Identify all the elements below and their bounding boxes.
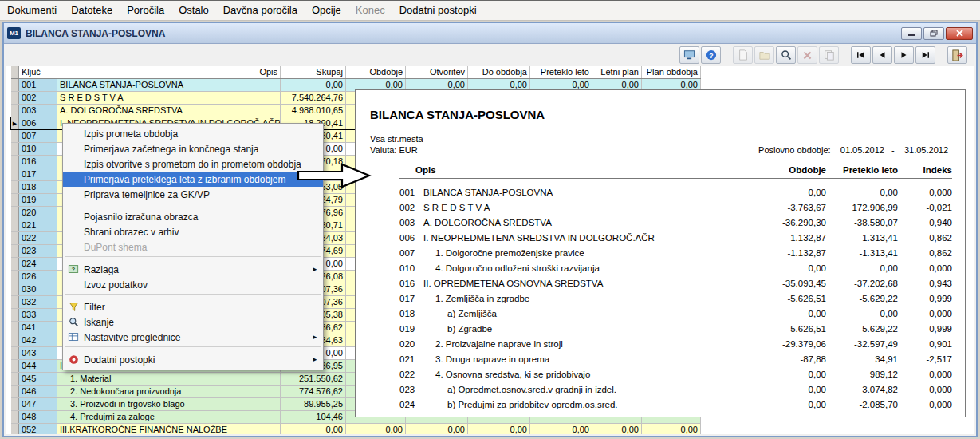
menu-item-dodatni-postopki[interactable]: Dodatni postopki► [63,352,323,367]
restore-button[interactable] [923,27,944,40]
menu-item-priprava-temeljnice-za-gk-vp[interactable]: Priprava temeljnice za GK/VP [63,187,323,202]
menu-item-iskanje[interactable]: Iskanje [63,314,323,330]
row-selector[interactable] [11,245,19,258]
column-header-opis[interactable]: Opis [57,66,281,79]
menu-item-izpis-prometa-obdobja[interactable]: Izpis prometa obdobja [63,126,323,141]
row-selector[interactable] [11,271,19,283]
cell-kljuc: 001 [19,79,57,92]
preview-button[interactable] [679,46,699,64]
nav-first-button[interactable] [851,46,871,64]
row-selector[interactable] [11,79,19,92]
report-row-022: 0224. Osnovna sredstva, ki se pridobivaj… [356,370,965,385]
menubar-item-datoteke[interactable]: Datoteke [64,1,120,20]
menubar-item-ostalo[interactable]: Ostalo [171,1,216,20]
column-header-obdobje[interactable]: Obdobje [346,66,406,79]
menubar-item-opcije[interactable]: Opcije [305,1,348,20]
report-row-desc: b) Zgradbe [447,324,492,334]
menu-icon-placeholder [66,189,81,200]
row-selector[interactable] [11,296,19,309]
report-column-opis: Opis [415,165,436,175]
row-selector[interactable] [11,386,19,398]
row-selector[interactable] [11,130,19,143]
delete-icon [802,50,813,61]
menu-separator [65,256,321,260]
column-header-plan-obdobja[interactable]: Plan obdobja [642,66,701,79]
cell-value: 0,00 [592,424,642,435]
menubar-item-porocila[interactable]: Poročila [120,1,171,20]
report-row-desc: 1. Dolgoročne premoženjske pravice [435,248,584,258]
row-selector[interactable] [11,334,19,347]
cell-kljuc: 022 [19,232,57,245]
row-selector[interactable] [11,373,19,386]
report-row-018: 018a) Zemljišča0,000,000,000 [356,309,965,324]
row-selector[interactable] [11,156,19,168]
column-header-letni-plan[interactable]: Letni plan [592,66,642,79]
menubar-item-davcna-porocila[interactable]: Davčna poročila [216,1,305,20]
cell-kljuc: 018 [19,181,57,194]
row-selector[interactable] [11,168,19,181]
menu-item-dupont-shema[interactable]: DuPont shema [63,239,323,255]
menu-item-shrani-obrazec-v-arhiv[interactable]: Shrani obrazec v arhiv [63,224,323,239]
report-panel: BILANCA STANJA-POSLOVNA Vsa str.mesta Va… [355,89,966,417]
nav-next-button[interactable] [894,46,914,64]
row-selector[interactable] [11,232,19,245]
menubar-item-dodatni-postopki[interactable]: Dodatni postopki [392,1,484,20]
row-selector[interactable] [11,92,19,105]
column-header-otvoritev[interactable]: Otvoritev [406,66,468,79]
filter-icon [66,302,81,313]
menu-item-primerjava-preteklega-leta-z-izbranim-obdobjem[interactable]: Primerjava preteklega leta z izbranim ob… [63,172,323,187]
cell-kljuc: 052 [19,424,57,435]
row-selector[interactable] [11,283,19,296]
menu-item-filter[interactable]: Filter [63,299,323,314]
menu-icon-placeholder [66,227,81,238]
row-selector[interactable] [11,360,19,373]
column-header-do-obdobja[interactable]: Do obdobja [468,66,530,79]
column-header-kljuc[interactable]: Ključ [19,66,57,79]
report-row-indeks: -2,517 [904,354,952,364]
menu-item-razlaga[interactable]: ?Razlaga► [63,262,323,277]
menubar-item-konec[interactable]: Konec [348,1,392,20]
help-button[interactable]: ? [701,46,721,64]
search-button[interactable] [776,46,796,64]
close-button[interactable] [946,27,973,40]
nav-last-button[interactable] [915,46,935,64]
menu-item-izvoz-podatkov[interactable]: Izvoz podatkov [63,277,323,292]
exit-button[interactable] [947,46,967,64]
row-selector[interactable] [11,322,19,334]
row-selector[interactable] [11,424,19,435]
report-row-desc: I. NEOPREDMETENA SREDSTVA IN DOLGOROČ.AČ… [423,233,655,243]
table-row-052[interactable]: 052III.KRATKOROČNE FINANČNE NALOŽBE0,000… [11,424,701,435]
report-rows: 001BILANCA STANJA-POSLOVNA0,000,000,0000… [356,188,965,415]
row-selector[interactable] [11,347,19,360]
report-row-code: 020 [399,339,415,349]
report-row-023: 023a) Opredmet.osnov.sred.v gradnji in i… [356,385,965,400]
column-header-skupaj[interactable]: Skupaj [281,66,346,79]
report-row-024: 024b) Predujmi za pridobitev opredm.os.s… [356,400,965,415]
menu-item-primerjava-zacetnega-in-koncnega-stanja[interactable]: Primerjava začetnega in končnega stanja [63,141,323,156]
row-selector[interactable] [11,181,19,194]
row-selector[interactable] [11,105,19,117]
column-header-preteklo-leto[interactable]: Preteklo leto [530,66,592,79]
menu-item-nastavitve-preglednice[interactable]: Nastavitve preglednice► [63,330,323,345]
report-row-obdobje: -36.290,30 [699,218,826,227]
row-selector[interactable] [11,398,19,411]
row-selector[interactable] [11,411,19,424]
row-selector[interactable] [11,143,19,156]
row-selector[interactable] [11,207,19,220]
row-selector[interactable] [11,309,19,322]
nav-prev-button[interactable] [872,46,892,64]
report-row-code: 002 [399,203,415,212]
report-row-003: 003A. DOLGOROČNA SREDSTVA-36.290,30-38.5… [356,218,965,233]
row-selector[interactable] [11,220,19,232]
menu-item-label: Razlaga [84,264,307,275]
menubar-item-dokumenti[interactable]: Dokumenti [0,1,64,20]
report-row-indeks: 0,862 [904,248,952,258]
row-selector[interactable] [11,258,19,271]
window-titlebar[interactable]: M1 BILANCA STANJA-POSLOVNA [4,23,976,44]
help-icon: ? [706,49,717,61]
row-selector[interactable] [11,194,19,207]
minimize-button[interactable] [901,27,922,40]
menu-item-izpis-otvoritve-s-prometom-do-in-prometom-obdobja[interactable]: Izpis otvoritve s prometom do in prometo… [63,156,323,172]
menu-item-pojasnilo-izracuna-obrazca[interactable]: Pojasnilo izračuna obrazca [63,209,323,224]
current-row-marker-icon[interactable]: ▶ [11,117,19,130]
